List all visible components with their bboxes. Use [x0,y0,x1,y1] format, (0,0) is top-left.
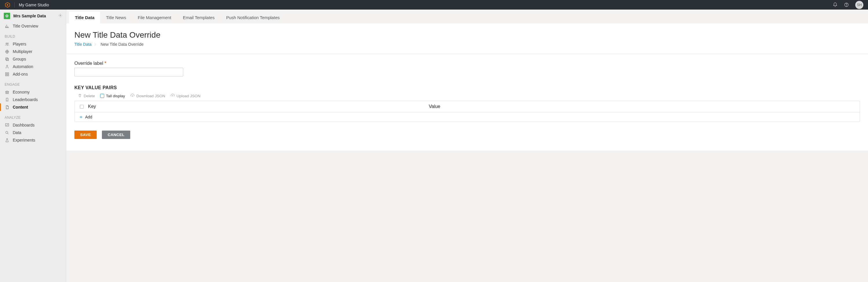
kv-section-heading: KEY VALUE PAIRS [74,85,860,90]
kv-table: Key Value ＋ Add [74,101,860,122]
svg-rect-12 [6,59,9,61]
document-icon [5,105,9,109]
sidebar-item-automation[interactable]: Automation [0,63,66,70]
grid-icon [5,72,9,76]
sidebar-item-title-overview[interactable]: Title Overview [0,22,66,30]
kv-tool-delete[interactable]: Delete [78,94,95,98]
title-app-icon [3,12,10,20]
breadcrumbs: Title Data 〉 New Title Data Override [74,42,860,46]
topbar: My Game Studio SH [0,0,868,9]
svg-point-7 [60,15,61,16]
title-name: Mrs Sample Data [13,13,46,19]
svg-point-1 [7,4,8,5]
override-label-field-label: Override label * [74,61,860,66]
kv-add-row[interactable]: ＋ Add [75,112,860,122]
kv-column-value: Value [429,104,855,109]
sidebar-item-label: Dashboards [13,123,35,127]
kv-tool-tall-display[interactable]: Tall display [100,94,125,98]
topbar-divider [14,2,15,7]
sidebar-item-label: Content [13,105,28,109]
cloud-upload-icon [170,93,175,98]
help-icon[interactable] [844,2,849,7]
kv-column-key: Key [88,104,429,109]
override-label-input[interactable] [74,68,183,76]
required-asterisk: * [104,61,106,66]
sidebar-item-groups[interactable]: Groups [0,55,66,63]
cancel-button[interactable]: CANCEL [102,131,130,139]
chevron-right-icon: 〉 [94,42,97,46]
svg-point-13 [6,65,7,66]
page-divider [66,54,868,54]
layers-icon [5,57,9,61]
studio-name[interactable]: My Game Studio [19,3,49,7]
bank-icon [5,90,9,94]
page-title: New Title Data Override [74,30,860,40]
sidebar-item-multiplayer[interactable]: Multiplayer [0,48,66,55]
tab-email-templates[interactable]: Email Templates [177,11,221,24]
sidebar-item-label: Experiments [13,138,35,143]
kv-tool-upload-json[interactable]: Upload JSON [170,93,200,98]
trash-icon [78,94,82,98]
title-header[interactable]: Mrs Sample Data [0,9,66,22]
sidebar-item-label: Players [13,42,26,46]
kv-tool-download-json[interactable]: Download JSON [130,93,165,98]
sidebar-item-economy[interactable]: Economy [0,88,66,96]
svg-rect-15 [7,72,8,73]
sidebar: Mrs Sample Data Title Overview BUILD Pla… [0,9,66,282]
svg-rect-14 [5,72,6,73]
svg-point-9 [7,43,8,44]
tab-file-management[interactable]: File Management [132,11,177,24]
tab-title-data[interactable]: Title Data [69,11,100,24]
sidebar-item-label: Economy [13,90,30,94]
content-area: Title Data Title News File Management Em… [66,9,868,282]
sidebar-item-label: Add-ons [13,72,28,76]
bookmark-icon [5,97,9,102]
sidebar-item-label: Leaderboards [13,97,38,102]
globe-icon [5,49,9,54]
dashboard-icon [5,123,9,127]
form-actions: SAVE CANCEL [74,131,860,139]
svg-point-6 [6,15,7,17]
breadcrumb-current: New Title Data Override [100,42,144,46]
sidebar-item-players[interactable]: Players [0,40,66,48]
sidebar-section-build: BUILD [0,30,66,40]
tab-title-news[interactable]: Title News [100,11,132,24]
plus-icon: ＋ [79,115,83,119]
flask-icon [5,138,9,143]
bar-chart-icon [5,24,9,28]
sidebar-item-label: Data [13,130,22,135]
playfab-logo-icon[interactable] [5,2,10,8]
save-button[interactable]: SAVE [74,131,97,139]
sidebar-section-analyze: ANALYZE [0,111,66,121]
sidebar-item-content[interactable]: Content [0,103,66,111]
kv-table-header: Key Value [75,101,860,112]
svg-rect-11 [5,58,8,60]
sidebar-item-data[interactable]: Data [0,129,66,136]
checkbox-icon [100,94,104,98]
svg-rect-18 [5,123,8,126]
svg-point-19 [5,131,8,133]
svg-rect-16 [5,74,6,75]
players-icon [5,42,9,46]
breadcrumb-link-title-data[interactable]: Title Data [74,42,91,46]
kv-select-all-checkbox[interactable] [80,105,88,108]
svg-rect-17 [7,74,8,75]
robot-icon [5,64,9,69]
sidebar-item-label: Title Overview [13,24,38,28]
svg-point-8 [6,43,7,44]
sidebar-item-leaderboards[interactable]: Leaderboards [0,96,66,103]
sidebar-item-experiments[interactable]: Experiments [0,136,66,144]
sidebar-item-label: Automation [13,64,33,69]
user-avatar[interactable]: SH [855,1,863,9]
sidebar-item-label: Groups [13,57,26,61]
page: New Title Data Override Title Data 〉 New… [66,24,868,151]
cloud-download-icon [130,93,134,98]
gear-icon[interactable] [58,13,63,19]
tabs: Title Data Title News File Management Em… [66,11,868,24]
sidebar-item-dashboards[interactable]: Dashboards [0,121,66,129]
tab-push-notification-templates[interactable]: Push Notification Templates [220,11,285,24]
sidebar-item-addons[interactable]: Add-ons [0,70,66,78]
kv-toolbar: Delete Tall display Download JSON Upload… [74,92,860,101]
search-icon [5,130,9,135]
notifications-icon[interactable] [833,2,838,7]
